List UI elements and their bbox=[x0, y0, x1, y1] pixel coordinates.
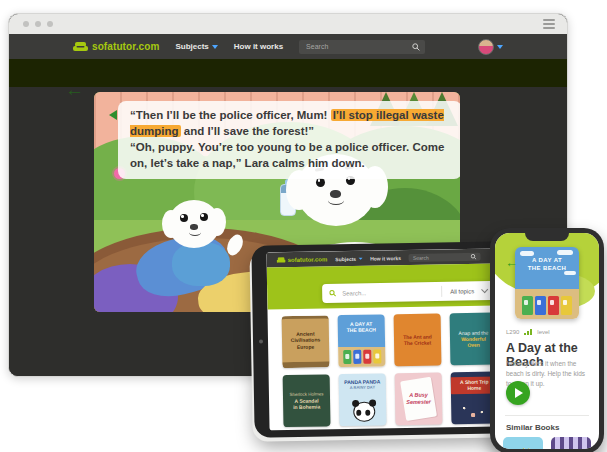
search-icon bbox=[471, 253, 477, 259]
similar-books-heading: Similar Books bbox=[506, 423, 559, 432]
search-icon bbox=[412, 43, 420, 51]
avatar bbox=[478, 39, 494, 55]
book-cover-scandal-in-bohemia[interactable]: Sherlock Holmes A Scandal in Bohemia bbox=[283, 374, 331, 427]
chevron-down-icon bbox=[358, 257, 362, 259]
book-cover-day-at-the-beach[interactable]: A DAY AT THE BEACH bbox=[338, 314, 386, 367]
book-cover-busy-semester[interactable]: A Busy Semester bbox=[395, 372, 443, 425]
couch-icon bbox=[277, 257, 286, 263]
all-topics-dropdown[interactable]: All topics bbox=[441, 285, 487, 297]
search-input[interactable] bbox=[304, 42, 412, 51]
night-art bbox=[457, 404, 492, 419]
phone-screen: ← A DAY AT THE BEACH L290 level A Day at… bbox=[495, 233, 599, 449]
play-button[interactable] bbox=[506, 381, 530, 405]
sofatutor-logo[interactable]: sofatutor.com bbox=[73, 41, 159, 52]
site-navbar: sofatutor.com Subjects How it works bbox=[9, 34, 567, 59]
nav-subjects[interactable]: Subjects bbox=[335, 255, 362, 261]
similar-books-row: Bob's bbox=[503, 437, 591, 449]
phone-mockup: ← A DAY AT THE BEACH L290 level A Day at… bbox=[490, 228, 604, 452]
header-band bbox=[9, 59, 567, 87]
nav-how-it-works[interactable]: How it works bbox=[234, 42, 283, 51]
back-arrow-icon[interactable]: ← bbox=[65, 80, 84, 99]
puppy-shirt bbox=[172, 242, 230, 286]
level-code: L290 bbox=[506, 329, 519, 335]
window-close-button[interactable] bbox=[23, 21, 29, 27]
page: sofatutor.com Subjects How it works bbox=[0, 0, 607, 452]
window-controls[interactable] bbox=[23, 21, 53, 27]
dialogue-box: “Then I’ll be the police officer, Mum! I… bbox=[118, 101, 460, 179]
logo-text: sofatutor.com bbox=[92, 41, 159, 52]
play-icon bbox=[515, 388, 523, 398]
library-search-bar[interactable]: All topics bbox=[322, 281, 494, 303]
level-label: level bbox=[537, 329, 549, 335]
navbar-search[interactable]: Search bbox=[409, 252, 481, 261]
chevron-down-icon bbox=[497, 45, 503, 49]
nav-how-it-works[interactable]: How it works bbox=[370, 255, 401, 262]
book-cover-ancient-civilisations[interactable]: Ancient Civilisations Europe bbox=[282, 315, 330, 368]
book-cover-day-at-the-beach[interactable]: A DAY AT THE BEACH bbox=[515, 247, 579, 319]
recycling-bins-art bbox=[515, 296, 579, 315]
tablet-camera bbox=[259, 339, 263, 343]
navbar-search[interactable] bbox=[299, 40, 425, 54]
nav-subjects[interactable]: Subjects bbox=[175, 42, 217, 51]
book-cover-panda-panda[interactable]: PANDA PANDA A RAINY DAY bbox=[339, 373, 387, 426]
library-search-input[interactable] bbox=[340, 287, 441, 297]
cloud-art bbox=[557, 250, 573, 255]
couch-icon bbox=[73, 42, 88, 52]
level-row: L290 level bbox=[506, 329, 550, 335]
menu-icon[interactable] bbox=[543, 19, 555, 29]
user-menu[interactable] bbox=[478, 39, 503, 55]
browser-titlebar bbox=[9, 14, 567, 34]
window-maximize-button[interactable] bbox=[47, 21, 53, 27]
back-arrow-icon[interactable]: ← bbox=[505, 255, 518, 270]
book-grid: Ancient Civilisations Europe A DAY AT TH… bbox=[282, 312, 499, 427]
chevron-down-icon bbox=[481, 286, 488, 293]
sofatutor-logo[interactable]: sofatutor.com bbox=[277, 256, 328, 263]
levels-icon bbox=[524, 329, 532, 335]
recycling-bins-art bbox=[338, 349, 385, 364]
dialogue-text: “Oh, puppy. You’re too young to be a pol… bbox=[130, 141, 444, 169]
divider bbox=[505, 415, 589, 416]
chevron-down-icon bbox=[212, 45, 218, 49]
search-icon bbox=[329, 290, 336, 297]
audio-play-marker-icon[interactable] bbox=[109, 110, 117, 120]
phone-notch bbox=[525, 233, 569, 241]
similar-book-bobs[interactable]: Bob's bbox=[503, 437, 543, 449]
similar-book-cover[interactable] bbox=[551, 437, 591, 449]
window-minimize-button[interactable] bbox=[35, 21, 41, 27]
dialogue-text: “Then I’ll be the police officer, Mum! bbox=[130, 109, 331, 121]
book-cover-ant-and-cricket[interactable]: The Ant and The Cricket bbox=[394, 313, 442, 366]
